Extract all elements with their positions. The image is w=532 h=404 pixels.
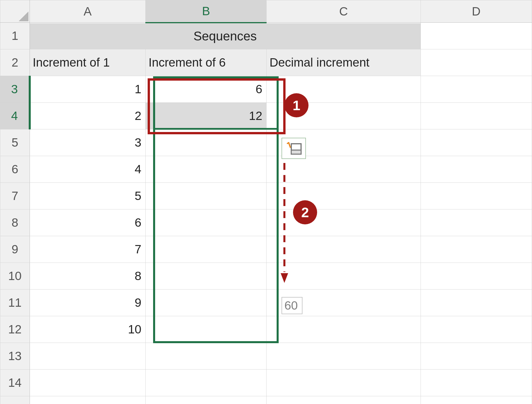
cell-D3[interactable]	[421, 76, 532, 103]
cell-C7[interactable]	[267, 183, 421, 209]
grid-table[interactable]: A B C D 1 Sequences 2 Increment of 1 Inc…	[0, 0, 532, 404]
cell-D14[interactable]	[421, 370, 532, 396]
row-15: 15	[0, 396, 532, 404]
cell-B14[interactable]	[146, 370, 267, 396]
cell-C2[interactable]: Decimal increment	[267, 49, 421, 76]
row-1: 1 Sequences	[0, 23, 532, 49]
row-header-10[interactable]: 10	[0, 263, 30, 290]
select-all-triangle-icon	[19, 11, 28, 21]
cell-A5[interactable]: 3	[30, 129, 145, 156]
cell-A4[interactable]: 2	[30, 103, 145, 129]
callout-step2: 2	[293, 200, 317, 224]
cell-B10[interactable]	[146, 263, 267, 290]
cell-D2[interactable]	[421, 49, 532, 76]
row-2: 2 Increment of 1 Increment of 6 Decimal …	[0, 49, 532, 76]
row-5: 5 3	[0, 129, 532, 156]
row-header-13[interactable]: 13	[0, 343, 30, 370]
cell-A12[interactable]: 10	[30, 316, 145, 343]
cell-D8[interactable]	[421, 209, 532, 236]
row-header-1[interactable]: 1	[0, 23, 30, 49]
cell-A9[interactable]: 7	[30, 236, 145, 263]
cell-D6[interactable]	[421, 156, 532, 183]
cell-D9[interactable]	[421, 236, 532, 263]
row-3: 3 1 6	[0, 76, 532, 103]
cell-A11[interactable]: 9	[30, 290, 145, 316]
row-header-14[interactable]: 14	[0, 370, 30, 396]
cell-D4[interactable]	[421, 103, 532, 129]
row-header-9[interactable]: 9	[0, 236, 30, 263]
select-all-corner[interactable]	[0, 0, 30, 23]
row-12: 12 10	[0, 316, 532, 343]
fill-preview-tooltip: 60	[282, 297, 302, 314]
cell-A2[interactable]: Increment of 1	[30, 49, 145, 76]
cell-D10[interactable]	[421, 263, 532, 290]
cell-C10[interactable]	[267, 263, 421, 290]
svg-rect-3	[291, 150, 301, 154]
cell-A15[interactable]	[30, 396, 145, 404]
col-header-B[interactable]: B	[146, 0, 267, 23]
cell-D5[interactable]	[421, 129, 532, 156]
cell-B13[interactable]	[146, 343, 267, 370]
cell-D12[interactable]	[421, 316, 532, 343]
cell-B15[interactable]	[146, 396, 267, 404]
row-header-12[interactable]: 12	[0, 316, 30, 343]
cell-C9[interactable]	[267, 236, 421, 263]
cell-D7[interactable]	[421, 183, 532, 209]
cell-A10[interactable]: 8	[30, 263, 145, 290]
spreadsheet-grid[interactable]: A B C D 1 Sequences 2 Increment of 1 Inc…	[0, 0, 532, 404]
col-header-C[interactable]: C	[267, 0, 421, 23]
column-header-row: A B C D	[0, 0, 532, 23]
row-9: 9 7	[0, 236, 532, 263]
row-11: 11 9	[0, 290, 532, 316]
quick-analysis-icon	[286, 142, 302, 155]
row-14: 14	[0, 370, 532, 396]
row-7: 7 5	[0, 183, 532, 209]
cell-D13[interactable]	[421, 343, 532, 370]
cell-D1[interactable]	[421, 23, 532, 49]
row-header-7[interactable]: 7	[0, 183, 30, 209]
cell-B5[interactable]	[146, 129, 267, 156]
cell-D15[interactable]	[421, 396, 532, 404]
row-header-8[interactable]: 8	[0, 209, 30, 236]
cell-A7[interactable]: 5	[30, 183, 145, 209]
cell-B3[interactable]: 6	[146, 76, 267, 103]
svg-marker-0	[19, 11, 28, 21]
row-13: 13	[0, 343, 532, 370]
cell-B4[interactable]: 12	[146, 103, 267, 129]
quick-analysis-button[interactable]	[282, 138, 306, 159]
row-header-11[interactable]: 11	[0, 290, 30, 316]
row-10: 10 8	[0, 263, 532, 290]
cell-C6[interactable]	[267, 156, 421, 183]
cell-B12[interactable]	[146, 316, 267, 343]
cell-C12[interactable]	[267, 316, 421, 343]
row-header-4[interactable]: 4	[0, 103, 30, 129]
cell-B9[interactable]	[146, 236, 267, 263]
cell-B11[interactable]	[146, 290, 267, 316]
cell-C15[interactable]	[267, 396, 421, 404]
row-header-15[interactable]: 15	[0, 396, 30, 404]
row-header-2[interactable]: 2	[0, 49, 30, 76]
cell-B6[interactable]	[146, 156, 267, 183]
row-header-5[interactable]: 5	[0, 129, 30, 156]
cell-B8[interactable]	[146, 209, 267, 236]
svg-line-1	[289, 143, 290, 146]
row-4: 4 2 12	[0, 103, 532, 129]
cell-A6[interactable]: 4	[30, 156, 145, 183]
cell-A3[interactable]: 1	[30, 76, 145, 103]
row-header-6[interactable]: 6	[0, 156, 30, 183]
col-header-D[interactable]: D	[421, 0, 532, 23]
cell-A13[interactable]	[30, 343, 145, 370]
cell-A14[interactable]	[30, 370, 145, 396]
title-cell[interactable]: Sequences	[30, 23, 421, 49]
row-header-3[interactable]: 3	[0, 76, 30, 103]
cell-B7[interactable]	[146, 183, 267, 209]
row-8: 8 6	[0, 209, 532, 236]
callout-step1: 1	[284, 93, 309, 117]
cell-B2[interactable]: Increment of 6	[146, 49, 267, 76]
cell-C13[interactable]	[267, 343, 421, 370]
cell-C14[interactable]	[267, 370, 421, 396]
cell-D11[interactable]	[421, 290, 532, 316]
cell-A8[interactable]: 6	[30, 209, 145, 236]
cell-C8[interactable]	[267, 209, 421, 236]
col-header-A[interactable]: A	[30, 0, 145, 23]
